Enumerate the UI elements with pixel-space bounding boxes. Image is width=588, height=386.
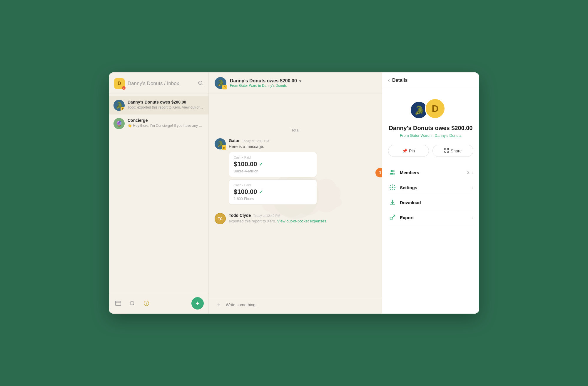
- expense-merchant-2: 1-800-Flours: [234, 197, 312, 201]
- details-avatars: 🐊 D: [388, 95, 473, 119]
- svg-rect-2: [116, 301, 121, 306]
- svg-rect-15: [445, 151, 446, 152]
- msg-content-todd: Todd Clyde Today at 12:49 PM exported th…: [229, 213, 376, 223]
- inbox-icon[interactable]: [113, 299, 123, 308]
- export-icon: [388, 214, 397, 221]
- msg-avatar-todd: TC: [215, 213, 226, 224]
- sidebar-bottom: $ +: [109, 293, 208, 314]
- svg-point-0: [198, 81, 202, 84]
- message-group-gator: 🐊 D Gator Today at 12:49 PM Here is a me…: [215, 138, 376, 207]
- chat-header-d-badge: D: [222, 85, 227, 89]
- msg-name-gator: Gator: [229, 138, 240, 143]
- app-window: D × Danny's Donuts / Inbox 🐊: [109, 72, 479, 314]
- msg-text-gator: Here is a message.: [229, 144, 376, 149]
- menu-label-members: Members: [400, 170, 467, 175]
- total-label: Total: [215, 99, 376, 132]
- settings-icon: [388, 184, 397, 191]
- coin-icon[interactable]: $: [142, 299, 151, 308]
- details-name: Danny's Donuts owes $200.00: [388, 125, 473, 132]
- chat-content: Total 🐊 D Gator Today at 12:49 PM Here i…: [209, 94, 382, 297]
- check-icon-1: ✓: [259, 162, 263, 167]
- bottom-icons: $: [113, 299, 151, 308]
- view-expenses-link[interactable]: View out-of-pocket expenses.: [277, 219, 327, 223]
- details-from: From Gator Ward in Danny's Donuts: [388, 133, 473, 138]
- item-content-donuts: Danny's Donuts owes $200.00 Todd: export…: [128, 100, 204, 109]
- sidebar-item-concierge[interactable]: 🔮 Concierge 👋 Hey there, I'm Concierge! …: [109, 114, 208, 133]
- item-avatar-concierge: 🔮: [113, 118, 125, 129]
- svg-line-5: [133, 304, 134, 305]
- menu-label-settings: Settings: [400, 185, 472, 190]
- svg-rect-20: [390, 217, 392, 220]
- item-content-concierge: Concierge 👋 Hey there, I'm Concierge! If…: [128, 118, 204, 128]
- details-from-link[interactable]: Gator Ward: [410, 133, 430, 138]
- details-menu: Members 2 › Settings ›: [388, 165, 473, 225]
- share-button[interactable]: Share: [432, 145, 473, 157]
- msg-gator-d-badge: D: [222, 145, 226, 150]
- chat-input[interactable]: [226, 302, 376, 307]
- expense-amount-1: $100.00 ✓: [234, 160, 312, 168]
- menu-item-settings[interactable]: Settings ›: [388, 180, 473, 195]
- menu-item-download[interactable]: Download: [388, 195, 473, 210]
- chat-header-avatar: 🐊 D: [215, 77, 226, 89]
- message-group-todd: TC Todd Clyde Today at 12:49 PM exported…: [215, 213, 376, 224]
- details-body: 🐊 D Danny's Donuts owes $200.00 From Gat…: [382, 88, 479, 314]
- msg-header-todd: Todd Clyde Today at 12:49 PM: [229, 213, 376, 218]
- menu-label-download: Download: [400, 200, 473, 205]
- svg-text:$: $: [146, 302, 147, 305]
- svg-rect-14: [447, 148, 449, 150]
- download-icon: [388, 199, 397, 206]
- chevron-icon-members: ›: [472, 170, 473, 175]
- add-attachment-button[interactable]: +: [215, 301, 223, 309]
- sidebar-item-dannys-donuts[interactable]: 🐊 D Danny's Donuts owes $200.00 Todd: ex…: [109, 96, 208, 114]
- sidebar-header-left: D × Danny's Donuts / Inbox: [114, 78, 179, 89]
- search-button[interactable]: [198, 80, 203, 87]
- msg-name-todd: Todd Clyde: [229, 213, 251, 218]
- expense-card-2: Cash • Paid $100.00 ✓ 1-800-Flours: [229, 179, 317, 205]
- details-header: ‹ Details: [382, 72, 479, 88]
- chat-header-info: Danny's Donuts owes $200.00 ▾ From Gator…: [230, 78, 301, 88]
- todd-message: exported this report to Xero. View out-o…: [229, 219, 376, 223]
- sidebar-list: 🐊 D Danny's Donuts owes $200.00 Todd: ex…: [109, 94, 208, 293]
- svg-line-1: [201, 84, 202, 85]
- svg-point-18: [393, 170, 395, 172]
- expense-amount-2: $100.00 ✓: [234, 188, 312, 196]
- chevron-down-icon: ▾: [299, 79, 301, 83]
- chat-header-from-link[interactable]: Gator Ward: [239, 84, 257, 88]
- menu-item-export[interactable]: Export ›: [388, 210, 473, 225]
- add-button[interactable]: +: [191, 297, 204, 310]
- item-name-concierge: Concierge: [128, 118, 204, 123]
- menu-item-members[interactable]: Members 2 ›: [388, 165, 473, 180]
- svg-rect-13: [445, 148, 446, 150]
- pin-icon: 📌: [402, 149, 407, 153]
- svg-point-19: [392, 187, 393, 188]
- expense-merchant-1: Bakes-A-Million: [234, 169, 312, 173]
- menu-count-members: 2: [467, 170, 470, 175]
- sidebar-header: D × Danny's Donuts / Inbox: [109, 72, 208, 94]
- main-chat: 🐊 D Danny's Donuts owes $200.00 ▾ From G…: [209, 72, 382, 314]
- item-preview-donuts: Todd: exported this report to Xero. View…: [128, 105, 204, 109]
- svg-point-17: [391, 170, 393, 172]
- details-panel: ‹ Details 🐊 D Danny's Donuts owes $200.0…: [382, 72, 479, 314]
- share-icon: [444, 148, 449, 154]
- search-chat-icon[interactable]: [128, 299, 137, 308]
- chat-header: 🐊 D Danny's Donuts owes $200.00 ▾ From G…: [209, 72, 382, 94]
- notification-badge: 1: [375, 168, 382, 177]
- svg-rect-16: [447, 151, 449, 152]
- msg-time-gator: Today at 12:49 PM: [242, 139, 269, 143]
- chat-header-title: Danny's Donuts owes $200.00 ▾: [230, 78, 301, 84]
- sidebar: D × Danny's Donuts / Inbox 🐊: [109, 72, 209, 314]
- svg-text:TC: TC: [218, 217, 223, 221]
- msg-content-gator: Gator Today at 12:49 PM Here is a messag…: [229, 138, 376, 207]
- msg-avatar-gator: 🐊 D: [215, 138, 226, 149]
- detail-avatar-d: D: [425, 98, 445, 119]
- pin-button[interactable]: 📌 Pin: [388, 145, 429, 157]
- msg-time-todd: Today at 12:49 PM: [253, 214, 280, 217]
- back-arrow-icon[interactable]: ‹: [388, 77, 390, 83]
- d-badge: D: [121, 107, 125, 111]
- expense-label-2: Cash • Paid: [234, 183, 312, 187]
- item-preview-concierge: 👋 Hey there, I'm Concierge! If you have …: [128, 124, 204, 128]
- chat-input-area: +: [209, 297, 382, 314]
- expense-card-1: Cash • Paid $100.00 ✓ Bakes-A-Million: [229, 152, 317, 177]
- item-avatar-gator: 🐊 D: [113, 100, 125, 111]
- expense-label-1: Cash • Paid: [234, 156, 312, 159]
